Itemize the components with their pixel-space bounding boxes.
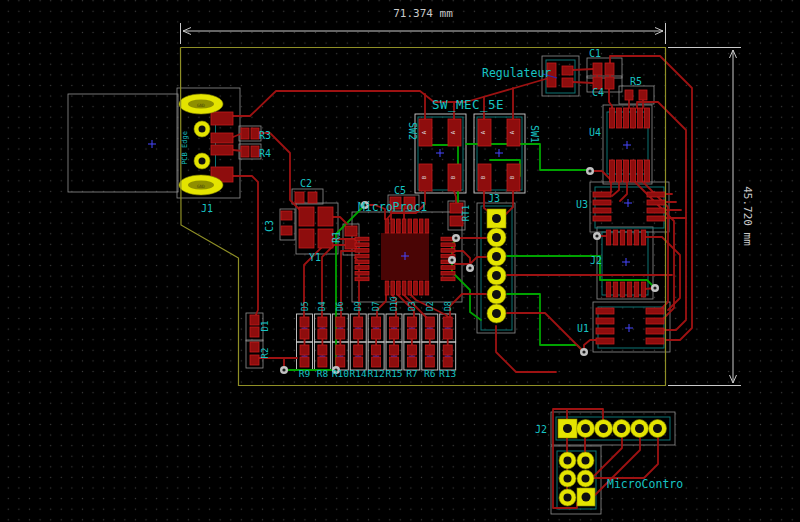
ref-r5[interactable]: R5 — [630, 76, 642, 87]
smd-pad[interactable] — [631, 108, 636, 128]
smd-pad[interactable] — [308, 192, 317, 203]
ref-diode-row[interactable]: D3 — [408, 301, 417, 311]
smd-pad[interactable] — [211, 133, 233, 143]
smd-pad[interactable] — [596, 328, 614, 334]
smd-pad[interactable] — [354, 357, 363, 367]
smd-pad[interactable] — [355, 277, 369, 281]
pcb-drawing[interactable]: D5R9D4R8D6R10D9R14D7R12D10R15D3R7D2R6D8R… — [0, 0, 800, 522]
ref-c2[interactable]: C2 — [300, 178, 312, 189]
smd-pad[interactable] — [241, 128, 249, 139]
smd-pad[interactable] — [336, 357, 345, 367]
smd-pad[interactable] — [425, 345, 434, 355]
smd-pad[interactable] — [613, 282, 617, 297]
smd-pad[interactable] — [617, 160, 622, 182]
copper-trace-top[interactable] — [507, 313, 581, 349]
smd-pad[interactable] — [299, 229, 314, 248]
smd-pad[interactable] — [443, 317, 452, 327]
smd-pad[interactable] — [610, 160, 615, 182]
smd-pad[interactable] — [419, 219, 423, 233]
smd-pad[interactable] — [372, 317, 381, 327]
smd-pad[interactable] — [354, 345, 363, 355]
smd-pad[interactable] — [300, 317, 309, 327]
smd-pad[interactable] — [354, 329, 363, 339]
copper-trace-top[interactable] — [594, 438, 658, 478]
ref-resistor-row[interactable]: R9 — [299, 368, 311, 379]
smd-pad[interactable] — [408, 219, 412, 233]
smd-pad[interactable] — [391, 281, 395, 295]
smd-pad[interactable] — [627, 282, 631, 297]
smd-pad[interactable] — [355, 243, 369, 247]
smd-pad[interactable] — [414, 281, 418, 295]
ref-diode-row[interactable]: D2 — [426, 301, 435, 311]
copper-trace-top[interactable] — [233, 176, 258, 317]
smd-pad[interactable] — [355, 260, 369, 264]
smd-pad[interactable] — [620, 282, 624, 297]
smd-pad[interactable] — [372, 345, 381, 355]
ref-c4[interactable]: C4 — [592, 87, 604, 98]
copper-trace-top[interactable] — [620, 182, 627, 201]
smd-pad[interactable] — [425, 317, 434, 327]
ref-diode-row[interactable]: D6 — [336, 301, 345, 311]
ref-resistor-row[interactable]: R12 — [368, 368, 385, 379]
smd-pad[interactable] — [211, 112, 233, 125]
ref-u1[interactable]: U1 — [577, 323, 589, 334]
smd-pad[interactable] — [385, 281, 389, 295]
smd-pad[interactable] — [250, 342, 259, 352]
smd-pad[interactable] — [645, 160, 650, 182]
copper-trace-bottom[interactable] — [507, 256, 655, 288]
smd-pad[interactable] — [402, 281, 406, 295]
smd-pad[interactable] — [414, 219, 418, 233]
ref-r2[interactable]: R2 — [260, 348, 270, 359]
ref-j2-module[interactable]: J2 — [535, 424, 547, 435]
ref-sw2[interactable]: SW2 — [407, 122, 418, 140]
smd-pad[interactable] — [625, 90, 633, 100]
smd-pad[interactable] — [355, 266, 369, 270]
ref-diode-row[interactable]: D10 — [390, 296, 399, 311]
switch-group-value-label[interactable]: SW_MEC_5E — [432, 97, 504, 112]
smd-pad[interactable] — [441, 271, 455, 275]
smd-pad[interactable] — [605, 77, 614, 89]
smd-pad[interactable] — [639, 90, 647, 100]
regulator-value-label[interactable]: Regulateur — [482, 66, 551, 80]
ref-sw1[interactable]: SW1 — [529, 125, 540, 143]
smd-pad[interactable] — [641, 230, 645, 245]
smd-pad[interactable] — [646, 338, 664, 344]
smd-pad[interactable] — [443, 345, 452, 355]
smd-pad[interactable] — [355, 249, 369, 253]
smd-pad[interactable] — [299, 207, 314, 226]
smd-pad[interactable] — [617, 108, 622, 128]
mcu-value-label[interactable]: MicroProc1 — [358, 200, 427, 214]
smd-pad[interactable] — [391, 219, 395, 233]
ref-resistor-row[interactable]: R13 — [439, 368, 456, 379]
smd-pad[interactable] — [318, 345, 327, 355]
smd-pad[interactable] — [372, 357, 381, 367]
smd-pad[interactable] — [372, 329, 381, 339]
smd-pad[interactable] — [647, 200, 665, 205]
copper-trace-bottom[interactable] — [507, 294, 583, 351]
ref-diode-row[interactable]: D5 — [301, 301, 310, 311]
ref-resistor-row[interactable]: R14 — [350, 368, 367, 379]
smd-pad[interactable] — [624, 160, 629, 182]
smd-pad[interactable] — [281, 226, 292, 235]
smd-pad[interactable] — [624, 108, 629, 128]
smd-pad[interactable] — [402, 219, 406, 233]
smd-pad[interactable] — [647, 216, 665, 221]
smd-pad[interactable] — [407, 357, 416, 367]
smd-pad[interactable] — [443, 357, 452, 367]
smd-pad[interactable] — [336, 329, 345, 339]
ref-j1[interactable]: J1 — [201, 203, 213, 214]
ref-j3[interactable]: J3 — [488, 193, 500, 204]
smd-pad[interactable] — [593, 192, 611, 197]
smd-pad[interactable] — [646, 308, 664, 314]
ref-resistor-row[interactable]: R15 — [385, 368, 402, 379]
pcb-editor-canvas[interactable]: D5R9D4R8D6R10D9R14D7R12D10R15D3R7D2R6D8R… — [0, 0, 800, 522]
copper-trace-top[interactable] — [573, 82, 593, 83]
smd-pad[interactable] — [606, 282, 610, 297]
smd-pad[interactable] — [441, 249, 455, 253]
smd-pad[interactable] — [250, 355, 259, 365]
smd-pad[interactable] — [606, 230, 610, 245]
ref-c1[interactable]: C1 — [589, 48, 601, 59]
ref-r1[interactable]: R1 — [331, 231, 342, 243]
smd-pad[interactable] — [441, 266, 455, 270]
smd-pad[interactable] — [354, 317, 363, 327]
